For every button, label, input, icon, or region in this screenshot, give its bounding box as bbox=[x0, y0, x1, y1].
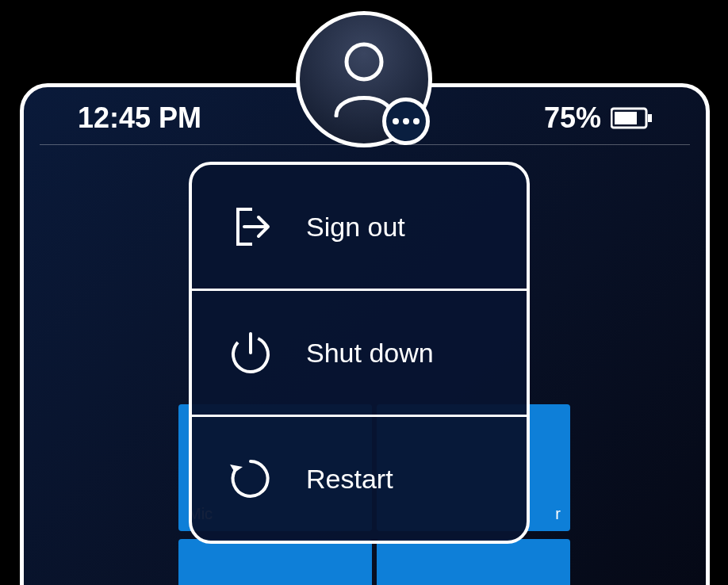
user-avatar[interactable] bbox=[296, 11, 432, 147]
dot-icon bbox=[413, 118, 420, 124]
svg-point-3 bbox=[347, 44, 381, 79]
power-menu: Sign out Shut down Restart bbox=[189, 162, 530, 544]
dot-icon bbox=[403, 118, 409, 124]
menu-item-label: Restart bbox=[306, 464, 393, 495]
restart-icon bbox=[227, 455, 274, 503]
avatar-circle bbox=[296, 11, 432, 147]
sign-out-button[interactable]: Sign out bbox=[192, 165, 527, 291]
battery-icon bbox=[611, 107, 652, 129]
menu-item-label: Sign out bbox=[306, 212, 405, 243]
app-tile[interactable] bbox=[178, 539, 372, 585]
svg-rect-1 bbox=[615, 112, 637, 124]
shut-down-button[interactable]: Shut down bbox=[192, 291, 527, 417]
dot-icon bbox=[393, 118, 399, 124]
svg-rect-2 bbox=[648, 114, 652, 122]
power-icon bbox=[227, 329, 274, 377]
app-tile-row bbox=[178, 539, 570, 585]
sign-out-icon bbox=[227, 203, 274, 250]
tile-label: r bbox=[555, 505, 561, 523]
more-options-button[interactable] bbox=[382, 98, 430, 145]
app-tile[interactable] bbox=[377, 539, 570, 585]
battery-percent: 75% bbox=[544, 101, 601, 135]
clock: 12:45 PM bbox=[78, 101, 201, 135]
restart-button[interactable]: Restart bbox=[192, 417, 527, 541]
menu-item-label: Shut down bbox=[306, 338, 434, 369]
battery-status: 75% bbox=[544, 101, 652, 135]
